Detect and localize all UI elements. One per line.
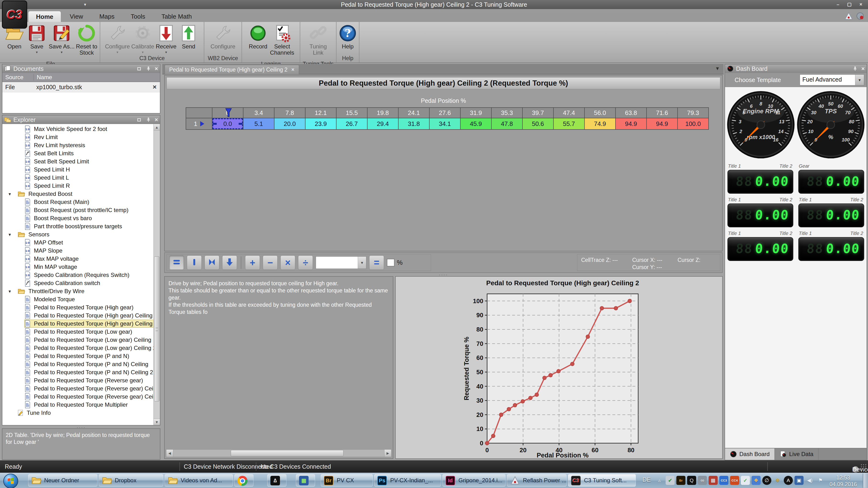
language-indicator[interactable]: DE	[643, 476, 651, 483]
scroll-down-icon[interactable]: ▼	[154, 419, 160, 425]
tab-home[interactable]: Home	[28, 11, 61, 22]
document-row[interactable]: File xp1000_turbo.stk ×	[2, 82, 160, 92]
taskbar-clock[interactable]: 12:53 04.09.2016	[826, 475, 860, 488]
column-header-47.4[interactable]: 47.4	[554, 107, 585, 118]
chevron-expanded-icon[interactable]: ▾	[8, 289, 17, 294]
quark-tray-icon[interactable]: ∅	[762, 476, 771, 485]
tree-item-speed-limit-l[interactable]: 1:0Speed Limit L	[24, 174, 72, 182]
tree-item-pedal-to-requested-torque-high-gear[interactable]: Pedal to Requested Torque (High gear)	[24, 303, 137, 312]
tree-item-pedal-to-requested-torque-p-and-n-ceiling-2[interactable]: Pedal to Requested Torque (P and N) Ceil…	[24, 368, 156, 377]
tree-item-boost-request-vs-baro[interactable]: Boost Request vs baro	[24, 214, 95, 222]
tab-dash-board[interactable]: Dash Board	[725, 448, 775, 460]
action-center-flag-icon[interactable]: ⚑	[816, 476, 825, 485]
minimize-icon[interactable]: –	[833, 1, 843, 7]
tree-item-speed-limit-r[interactable]: 1:0Speed Limit R	[24, 182, 73, 190]
receive-button[interactable]: Receive▾	[156, 23, 177, 55]
tree-item-speedo-calibration-requires-switch[interactable]: 1:0Speedo Calibration (Requires Switch)	[24, 271, 133, 279]
save-button[interactable]: Save▾	[26, 23, 47, 60]
scrollbar-thumb[interactable]	[154, 256, 159, 401]
tree-item-throttle-drive-by-wire[interactable]: ▾Throttle/Drive By Wire	[8, 287, 88, 295]
reflash-corner-icon[interactable]	[845, 12, 853, 20]
tree-item-tune-info[interactable]: Tune Info	[8, 409, 54, 417]
reset-to-stock-button[interactable]: Reset to Stock	[76, 23, 97, 60]
table-cell-7.8[interactable]: 20.0	[275, 118, 306, 130]
taskbar-button-dropbox[interactable]: Dropbox	[99, 474, 163, 487]
show-desktop-button[interactable]	[863, 474, 868, 488]
explorer-splitter[interactable]: ····	[2, 426, 160, 428]
tree-item-pedal-to-requested-torque-low-gear-ceiling[interactable]: Pedal to Requested Torque (Low gear) Cei…	[24, 336, 155, 344]
tree-item-boost-request-post-throttle-ic-temp[interactable]: Boost Request (post throttle/IC temp)	[24, 206, 132, 214]
scroll-right-icon[interactable]: ▶	[384, 450, 391, 457]
explorer-scrollbar[interactable]: ▲ ▼	[153, 124, 160, 425]
tree-item-pedal-to-requested-torque-low-gear-ceiling-2[interactable]: Pedal to Requested Torque (Low gear) Cei…	[24, 344, 159, 352]
row-header[interactable]: 1	[186, 118, 212, 130]
select-channels-button[interactable]: Select Channels	[270, 23, 294, 60]
close-document-icon[interactable]: ×	[150, 83, 160, 91]
add-button[interactable]: +	[245, 255, 260, 270]
column-header-63.8[interactable]: 63.8	[616, 107, 647, 118]
maximize-icon[interactable]: ▢	[845, 1, 854, 7]
tree-item-seat-belt-speed-limit[interactable]: 1:0Seat Belt Speed Limit	[24, 157, 92, 165]
pin-icon[interactable]	[146, 117, 151, 123]
chevron-expanded-icon[interactable]: ▾	[8, 191, 17, 197]
tree-item-max-map-voltage[interactable]: 1:0Max MAP voltage	[24, 255, 82, 263]
tree-item-sensors[interactable]: ▾Sensors	[8, 230, 53, 238]
restore-panel-icon[interactable]	[136, 117, 142, 123]
quick-access-dropdown-icon[interactable]: ▾	[84, 2, 86, 7]
column-header-19.8[interactable]: 19.8	[368, 107, 399, 118]
select-column-button[interactable]	[187, 255, 202, 270]
table-cell-79.3[interactable]: 100.0	[678, 118, 709, 130]
table-cell-15.5[interactable]: 26.7	[337, 118, 368, 130]
subtract-button[interactable]: −	[263, 255, 278, 270]
tab-live-data[interactable]: Live Data	[775, 448, 818, 460]
explorer-panel-header[interactable]: Explorer ×	[2, 116, 160, 124]
tree-item-pedal-to-requested-torque-reverse-gear-ceiling[interactable]: Pedal to Requested Torque (Reverse gear)…	[24, 385, 160, 393]
close-panel-icon[interactable]: ×	[155, 65, 158, 72]
name-column-header[interactable]: Name	[34, 74, 52, 80]
taskbar-button-neuer-ordner[interactable]: Neuer Ordner	[28, 474, 97, 487]
table-cell-24.1[interactable]: 31.8	[399, 118, 430, 130]
tree-item-modeled-torque[interactable]: Modeled Torque	[24, 295, 78, 303]
column-header-56.0[interactable]: 56.0	[585, 107, 616, 118]
save-as-button[interactable]: Save As...▾	[49, 23, 74, 60]
pest-control-icon[interactable]: ❋	[773, 476, 782, 485]
main-splitter[interactable]: ····	[164, 273, 723, 276]
tree-item-boost-request-main[interactable]: Boost Request (Main)	[24, 198, 93, 206]
column-header-31.9[interactable]: 31.9	[461, 107, 492, 118]
help-button[interactable]: ?Help	[337, 23, 358, 55]
taskbar-button-pv-cx[interactable]: BrPV CX	[321, 474, 373, 487]
tree-item-pedal-to-requested-torque-high-gear-ceiling[interactable]: Pedal to Requested Torque (High gear) Ce…	[24, 312, 156, 320]
source-column-header[interactable]: Source	[2, 74, 34, 80]
column-header-39.7[interactable]: 39.7	[523, 107, 554, 118]
taskbar-button-c3-tuning-soft[interactable]: C3C3 Tuning Soft...	[568, 474, 636, 487]
cc4-tray-icon[interactable]: CC4	[730, 476, 739, 485]
taskbar-button-chrome-icon[interactable]	[235, 474, 253, 487]
usb-connected-icon[interactable]: ✔	[665, 476, 675, 485]
multiply-button[interactable]: ×	[280, 255, 295, 270]
taskbar-button-videos-von-ad[interactable]: Videos von Ad...	[165, 474, 233, 487]
table-cell-39.7[interactable]: 50.6	[523, 118, 554, 130]
restore-panel-icon[interactable]	[136, 66, 142, 71]
chevron-expanded-icon[interactable]: ▾	[8, 232, 17, 237]
network-tray-icon[interactable]: ▣	[795, 476, 804, 485]
profile-corner-icon[interactable]	[856, 12, 864, 20]
table-cell-71.6[interactable]: 94.9	[647, 118, 678, 130]
tab-list-dropdown-icon[interactable]: ▼	[715, 66, 720, 71]
volume-tray-icon[interactable]: ◀)	[805, 476, 814, 485]
close-tab-icon[interactable]: ×	[291, 67, 294, 73]
media-tray-icon[interactable]: ❖	[751, 476, 761, 485]
bridge-tray-icon[interactable]: Br	[676, 476, 685, 485]
table-cell-12.1[interactable]: 23.9	[306, 118, 337, 130]
tree-item-pedal-to-requested-torque-multiplier[interactable]: Pedal to Requested Torque Multiplier	[24, 401, 131, 409]
value-combo-box[interactable]: ▼	[316, 256, 366, 269]
column-header-0[interactable]: 0	[212, 107, 243, 118]
table-cell-56.0[interactable]: 74.9	[585, 118, 616, 130]
send-button[interactable]: Send	[178, 23, 199, 55]
column-header-15.5[interactable]: 15.5	[337, 107, 368, 118]
table-cell-3.4[interactable]: 5.1	[243, 118, 275, 130]
column-header-7.8[interactable]: 7.8	[275, 107, 306, 118]
taskbar-button-affinity-icon[interactable]: ∆	[267, 474, 286, 487]
quicktime-tray-icon[interactable]: Q	[687, 476, 696, 485]
tree-item-requested-boost[interactable]: ▾Requested Boost	[8, 190, 76, 198]
table-cell-47.4[interactable]: 55.7	[554, 118, 585, 130]
